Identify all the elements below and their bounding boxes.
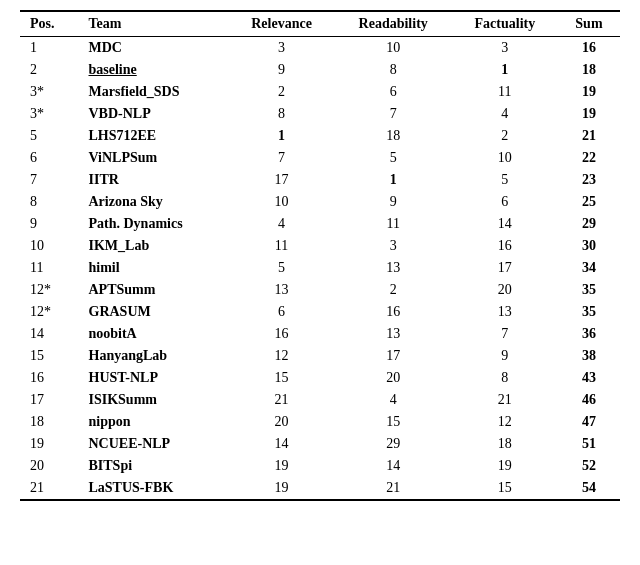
header-factuality: Factuality — [452, 11, 558, 37]
header-sum: Sum — [558, 11, 620, 37]
cell-team: VBD-NLP — [79, 103, 229, 125]
table-row: 20BITSpi19141952 — [20, 455, 620, 477]
cell-relevance: 14 — [229, 433, 335, 455]
cell-relevance: 7 — [229, 147, 335, 169]
cell-team: IITR — [79, 169, 229, 191]
cell-pos: 15 — [20, 345, 79, 367]
table-row: 12*GRASUM6161335 — [20, 301, 620, 323]
table-row: 16HUST-NLP1520843 — [20, 367, 620, 389]
cell-sum: 19 — [558, 103, 620, 125]
table-row: 17ISIKSumm2142146 — [20, 389, 620, 411]
cell-relevance: 17 — [229, 169, 335, 191]
cell-readability: 15 — [335, 411, 452, 433]
cell-factuality: 5 — [452, 169, 558, 191]
cell-pos: 14 — [20, 323, 79, 345]
cell-pos: 6 — [20, 147, 79, 169]
cell-team: MDC — [79, 37, 229, 60]
cell-factuality: 19 — [452, 455, 558, 477]
cell-readability: 20 — [335, 367, 452, 389]
header-readability: Readability — [335, 11, 452, 37]
cell-relevance: 11 — [229, 235, 335, 257]
cell-factuality: 13 — [452, 301, 558, 323]
cell-team: BITSpi — [79, 455, 229, 477]
cell-relevance: 16 — [229, 323, 335, 345]
cell-relevance: 21 — [229, 389, 335, 411]
cell-pos: 18 — [20, 411, 79, 433]
cell-factuality: 1 — [452, 59, 558, 81]
table-row: 10IKM_Lab1131630 — [20, 235, 620, 257]
table-row: 11himil5131734 — [20, 257, 620, 279]
cell-relevance: 4 — [229, 213, 335, 235]
table-row: 8Arizona Sky109625 — [20, 191, 620, 213]
table-row: 19NCUEE-NLP14291851 — [20, 433, 620, 455]
cell-factuality: 9 — [452, 345, 558, 367]
cell-pos: 9 — [20, 213, 79, 235]
cell-team: LHS712EE — [79, 125, 229, 147]
table-row: 15HanyangLab1217938 — [20, 345, 620, 367]
cell-team: nippon — [79, 411, 229, 433]
cell-sum: 47 — [558, 411, 620, 433]
cell-pos: 12* — [20, 279, 79, 301]
cell-pos: 2 — [20, 59, 79, 81]
cell-factuality: 21 — [452, 389, 558, 411]
cell-relevance: 5 — [229, 257, 335, 279]
cell-team: Marsfield_SDS — [79, 81, 229, 103]
cell-relevance: 3 — [229, 37, 335, 60]
cell-sum: 29 — [558, 213, 620, 235]
table-row: 3*Marsfield_SDS261119 — [20, 81, 620, 103]
results-table: Pos. Team Relevance Readability Factuali… — [20, 10, 620, 501]
table-row: 5LHS712EE118221 — [20, 125, 620, 147]
cell-readability: 8 — [335, 59, 452, 81]
cell-relevance: 9 — [229, 59, 335, 81]
cell-pos: 21 — [20, 477, 79, 500]
cell-sum: 35 — [558, 301, 620, 323]
table-row: 18nippon20151247 — [20, 411, 620, 433]
cell-pos: 1 — [20, 37, 79, 60]
cell-readability: 29 — [335, 433, 452, 455]
cell-team: GRASUM — [79, 301, 229, 323]
cell-readability: 13 — [335, 323, 452, 345]
cell-team: himil — [79, 257, 229, 279]
cell-pos: 16 — [20, 367, 79, 389]
cell-factuality: 16 — [452, 235, 558, 257]
cell-sum: 21 — [558, 125, 620, 147]
cell-relevance: 19 — [229, 477, 335, 500]
cell-team: ViNLPSum — [79, 147, 229, 169]
cell-relevance: 8 — [229, 103, 335, 125]
cell-factuality: 18 — [452, 433, 558, 455]
table-row: 14noobitA1613736 — [20, 323, 620, 345]
cell-sum: 36 — [558, 323, 620, 345]
cell-sum: 22 — [558, 147, 620, 169]
table-row: 3*VBD-NLP87419 — [20, 103, 620, 125]
cell-factuality: 17 — [452, 257, 558, 279]
cell-team: NCUEE-NLP — [79, 433, 229, 455]
cell-relevance: 12 — [229, 345, 335, 367]
cell-readability: 13 — [335, 257, 452, 279]
cell-readability: 9 — [335, 191, 452, 213]
cell-factuality: 15 — [452, 477, 558, 500]
cell-relevance: 19 — [229, 455, 335, 477]
table-row: 1MDC310316 — [20, 37, 620, 60]
table-row: 21LaSTUS-FBK19211554 — [20, 477, 620, 500]
cell-readability: 6 — [335, 81, 452, 103]
cell-sum: 51 — [558, 433, 620, 455]
cell-relevance: 2 — [229, 81, 335, 103]
cell-sum: 30 — [558, 235, 620, 257]
cell-team: noobitA — [79, 323, 229, 345]
cell-team: ISIKSumm — [79, 389, 229, 411]
cell-factuality: 6 — [452, 191, 558, 213]
cell-pos: 3* — [20, 81, 79, 103]
table-row: 6ViNLPSum751022 — [20, 147, 620, 169]
cell-pos: 8 — [20, 191, 79, 213]
cell-pos: 3* — [20, 103, 79, 125]
cell-pos: 10 — [20, 235, 79, 257]
cell-readability: 7 — [335, 103, 452, 125]
header-relevance: Relevance — [229, 11, 335, 37]
header-team: Team — [79, 11, 229, 37]
cell-readability: 1 — [335, 169, 452, 191]
cell-sum: 52 — [558, 455, 620, 477]
cell-readability: 3 — [335, 235, 452, 257]
cell-team: LaSTUS-FBK — [79, 477, 229, 500]
cell-factuality: 8 — [452, 367, 558, 389]
cell-sum: 18 — [558, 59, 620, 81]
